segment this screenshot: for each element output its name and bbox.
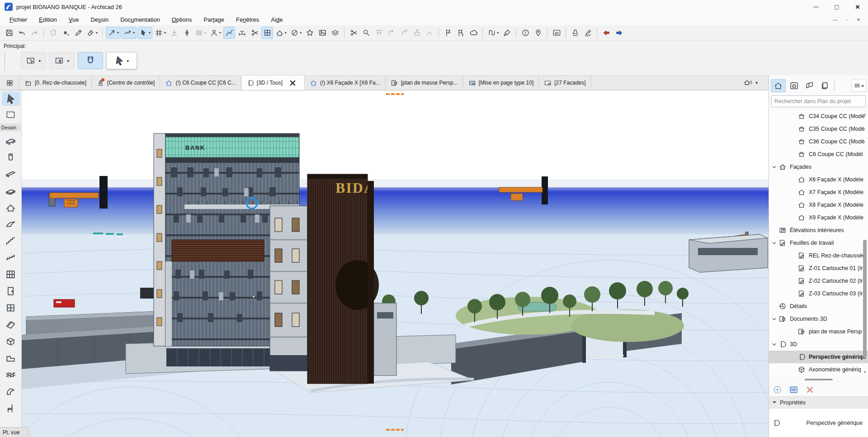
toolbar-button[interactable]: ▾ xyxy=(424,27,435,39)
toolbar-button[interactable]: ▾ xyxy=(348,27,359,39)
principal-button[interactable]: ▸ xyxy=(49,52,75,69)
toolbar-button[interactable]: ▾ xyxy=(501,27,513,39)
toolbox-tool[interactable] xyxy=(2,301,20,315)
toolbar-button[interactable]: ▾ xyxy=(193,27,208,39)
tree-item[interactable]: Z-03 Cartouche 03 (Ir xyxy=(769,287,868,300)
panel-splitter[interactable] xyxy=(769,376,868,383)
view-tab[interactable]: [27 Facades] xyxy=(539,76,591,90)
toolbox-tool[interactable] xyxy=(2,318,20,332)
toolbar-button[interactable]: ▾ xyxy=(516,28,516,38)
scrollbar-thumb[interactable] xyxy=(863,240,867,358)
toolbox-tool[interactable] xyxy=(2,368,20,382)
toolbar-button[interactable]: ▾ xyxy=(102,28,103,38)
maximize-button[interactable]: ▢ xyxy=(826,0,847,14)
toolbar-button[interactable]: ▾ xyxy=(181,27,193,39)
navigator-search-input[interactable] xyxy=(771,95,866,107)
principal-button[interactable]: ▸ xyxy=(78,52,103,69)
viewport-3d[interactable]: BANK xyxy=(22,90,769,437)
toolbar-button[interactable]: ▾ xyxy=(316,27,328,39)
tree-item[interactable]: X8 Façade X (Modèle xyxy=(769,199,868,211)
navigator-map-button[interactable] xyxy=(771,79,786,92)
menu-item[interactable]: Documentation xyxy=(114,14,165,25)
toolbar-button[interactable]: ▾ xyxy=(60,27,71,39)
scroll-up-arrow[interactable]: ▲ xyxy=(862,111,868,117)
tree-item[interactable]: C34 Coupe CC (Modè xyxy=(769,110,868,123)
toolbox-tool[interactable] xyxy=(2,251,20,265)
toolbox-tool[interactable] xyxy=(2,150,20,164)
toolbar-button[interactable]: ▾ xyxy=(386,27,397,39)
tree-item[interactable]: Élévations intérieures xyxy=(769,224,868,237)
view-tab[interactable]: [0. Rez-de-chaussée] xyxy=(19,76,92,90)
toolbox-tool[interactable] xyxy=(2,167,20,181)
view-tab[interactable]: [Centre de contrôle] xyxy=(92,76,160,90)
toolbar-button[interactable]: ▾ xyxy=(360,27,372,39)
tree-item[interactable]: X9 Façade X (Modèle xyxy=(769,211,868,224)
close-button[interactable]: ✕ xyxy=(847,0,868,14)
toolbox-tool[interactable] xyxy=(2,401,20,415)
toolbar-button[interactable]: ▾ xyxy=(398,27,410,39)
view-tab[interactable]: [3D / Tous] xyxy=(241,76,305,90)
chevron-down-icon[interactable] xyxy=(771,316,778,323)
tab-overview-button[interactable] xyxy=(0,76,19,90)
toolbar-button[interactable]: ▾ xyxy=(519,27,531,39)
view-picker[interactable]: ▾ xyxy=(741,76,760,90)
toolbar-button[interactable]: ▾ xyxy=(43,28,44,38)
tree-item[interactable]: Façades xyxy=(769,161,868,173)
view-tab[interactable]: (!) X6 Façade X [X6 Fa... xyxy=(305,76,386,90)
menu-item[interactable]: Partage xyxy=(198,14,230,25)
toolbar-button[interactable]: ▾ xyxy=(47,27,59,39)
view-tab[interactable]: (!) C6 Coupe CC [C6 C... xyxy=(160,76,241,90)
navigator-map-button[interactable] xyxy=(787,80,801,92)
toolbox-tool[interactable] xyxy=(2,334,20,348)
toolbar-button[interactable]: ▾ xyxy=(329,27,341,39)
menu-item[interactable]: Fichier xyxy=(4,14,33,25)
navigator-action-button[interactable] xyxy=(789,385,798,394)
tree-item[interactable]: plan de masse Persp xyxy=(769,325,868,338)
menu-item[interactable]: Vue xyxy=(63,14,85,25)
toolbar-button[interactable]: ▾ xyxy=(613,27,625,39)
toolbox-tool[interactable] xyxy=(2,267,20,281)
menu-item[interactable]: Options xyxy=(166,14,198,25)
toolbar-button[interactable]: ▾ xyxy=(547,28,547,38)
toolbar-button[interactable]: ▾ xyxy=(28,27,40,39)
toolbar-button[interactable]: ▾ xyxy=(582,27,594,39)
principal-button[interactable]: ▸ xyxy=(21,52,46,69)
toolbar-button[interactable]: ▾ xyxy=(482,28,483,38)
toolbar-button[interactable]: ▾ xyxy=(532,27,544,39)
toolbar-button[interactable]: ▾ xyxy=(122,27,137,39)
navigator-menu-button[interactable]: ▸ xyxy=(851,79,866,92)
tree-item[interactable]: REL Rez-de-chaussée xyxy=(769,249,868,262)
tab-close-icon[interactable] xyxy=(289,79,297,87)
navigator-action-button[interactable] xyxy=(805,385,815,394)
navigator-map-button[interactable] xyxy=(818,80,832,92)
menu-item[interactable]: Fenêtres xyxy=(230,14,265,25)
toolbar-button[interactable]: ▾ xyxy=(72,27,84,39)
doc-minimize-button[interactable]: — xyxy=(829,14,841,25)
menu-item[interactable]: Aide xyxy=(265,14,288,25)
tree-item[interactable]: Z-01 Cartouche 01 (Ir xyxy=(769,262,868,275)
view-tab[interactable]: [Mise en page type 10] xyxy=(463,76,539,90)
toolbar-button[interactable]: ▾ xyxy=(289,27,303,39)
toolbar-button[interactable]: ▾ xyxy=(486,27,500,39)
doc-restore-button[interactable]: ▫ xyxy=(841,14,853,25)
toolbar-button[interactable]: ▾ xyxy=(106,27,121,39)
toolbar-button[interactable]: ▾ xyxy=(411,27,423,39)
navigator-action-button[interactable] xyxy=(773,385,782,394)
toolbox-tool[interactable] xyxy=(2,234,20,248)
principal-button[interactable]: ▸ xyxy=(106,52,137,69)
toolbar-button[interactable]: ▾ xyxy=(566,28,566,38)
toolbar-button[interactable]: ▾ xyxy=(261,27,273,39)
toolbox-tool[interactable] xyxy=(2,108,20,122)
toolbar-button[interactable]: ▾ xyxy=(249,27,260,39)
tree-scrollbar[interactable]: ▲ ▼ xyxy=(862,110,868,376)
toolbar-button[interactable]: ▾ xyxy=(304,27,316,39)
toolbar-button[interactable]: ▾ xyxy=(223,27,235,39)
tree-item[interactable]: Axonométrie génériq xyxy=(769,363,868,376)
tree-item[interactable]: Documents 3D xyxy=(769,313,868,325)
chevron-down-icon[interactable] xyxy=(771,164,778,171)
minimize-button[interactable]: — xyxy=(806,0,826,14)
toolbox-tool[interactable] xyxy=(2,184,20,198)
toolbar-button[interactable]: ▾ xyxy=(137,27,152,39)
tree-item[interactable]: Perspective génériqu xyxy=(769,351,868,363)
toolbox-tool[interactable] xyxy=(2,284,20,298)
